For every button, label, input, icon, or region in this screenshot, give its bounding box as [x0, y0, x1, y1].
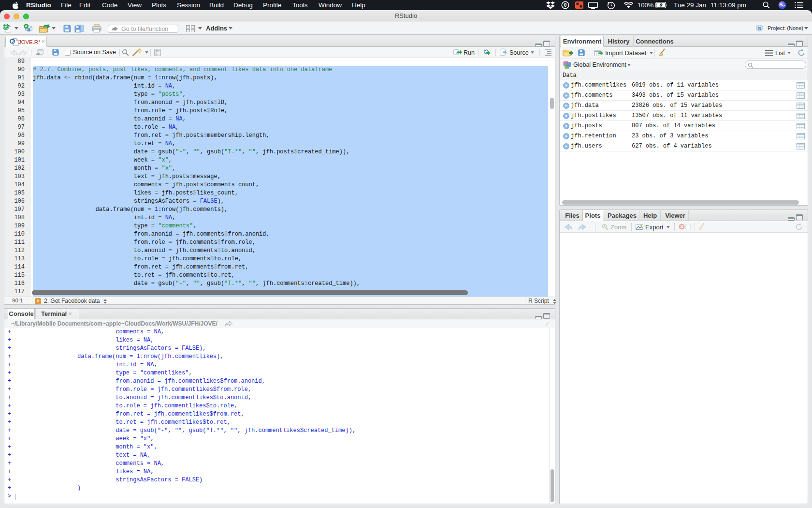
svg-text:0: 0: [564, 2, 567, 8]
svg-text:R: R: [11, 39, 14, 44]
svg-text:R: R: [758, 26, 761, 31]
